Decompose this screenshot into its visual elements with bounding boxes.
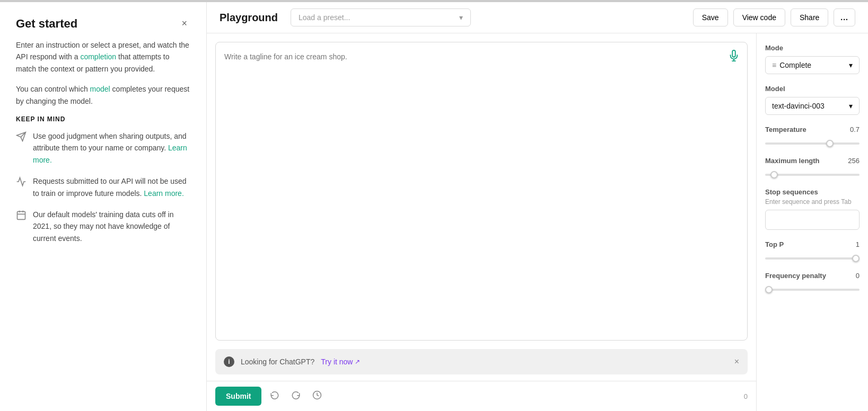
completion-link[interactable]: completion: [80, 52, 116, 61]
playground-header: Playground Load a preset... ▾ Save View …: [207, 2, 868, 33]
right-panel: Mode ≡ Complete ▾ Model text-davinci-003…: [757, 33, 868, 411]
keep-in-mind-label: KEEP IN MIND: [16, 115, 190, 123]
try-it-now-label: Try it now: [321, 358, 353, 366]
preset-dropdown[interactable]: Load a preset... ▾: [291, 8, 471, 26]
banner-text: Looking for ChatGPT?: [241, 358, 314, 366]
top-p-section: Top P 1: [765, 240, 860, 261]
calendar-icon: [16, 210, 27, 220]
model-label: Model: [765, 85, 860, 93]
save-button[interactable]: Save: [693, 8, 728, 26]
model-dropdown[interactable]: text-davinci-003 ▾: [765, 97, 860, 115]
char-count: 0: [744, 392, 748, 400]
text-editor-container: [215, 42, 748, 341]
temperature-label: Temperature: [765, 126, 806, 133]
external-link-icon: ↗: [355, 358, 360, 365]
paper-plane-icon: [16, 131, 27, 142]
sidebar-description: Enter an instruction or select a preset,…: [16, 39, 190, 75]
text-input[interactable]: [224, 51, 739, 332]
temperature-value: 0.7: [850, 126, 860, 133]
microphone-icon[interactable]: [728, 50, 740, 64]
sidebar-header: Get started ×: [16, 17, 190, 31]
hint-list: Use good judgment when sharing outputs, …: [16, 130, 190, 244]
hint-item-3: Our default models' training data cuts o…: [16, 209, 190, 244]
banner-close-button[interactable]: ×: [734, 357, 739, 367]
model-link[interactable]: model: [90, 85, 110, 93]
model-chevron-icon: ▾: [849, 102, 853, 110]
model-section: Model text-davinci-003 ▾: [765, 85, 860, 115]
activity-icon: [16, 176, 27, 187]
mode-icon: ≡: [772, 61, 776, 69]
mode-label: Mode: [765, 44, 860, 52]
top-p-slider[interactable]: [765, 257, 860, 260]
max-length-value: 256: [848, 157, 860, 165]
view-code-button[interactable]: View code: [733, 8, 785, 26]
share-button[interactable]: Share: [791, 8, 828, 26]
undo-button[interactable]: [267, 387, 283, 406]
frequency-penalty-row: Frequency penalty 0: [765, 272, 860, 280]
svg-rect-2: [17, 211, 25, 219]
playground-title: Playground: [220, 12, 278, 24]
hint-text-3: Our default models' training data cuts o…: [33, 209, 190, 244]
hint-item-2: Requests submitted to our API will not b…: [16, 175, 190, 199]
mode-value: Complete: [779, 61, 811, 69]
top-p-row: Top P 1: [765, 240, 860, 248]
chevron-down-icon: ▾: [459, 13, 463, 22]
chatgpt-banner: i Looking for ChatGPT? Try it now ↗ ×: [215, 349, 748, 374]
hint-text-1: Use good judgment when sharing outputs, …: [33, 130, 190, 166]
frequency-penalty-slider[interactable]: [765, 289, 860, 291]
stop-sequences-label: Stop sequences: [765, 188, 860, 196]
mode-chevron-icon: ▾: [849, 61, 853, 69]
submit-button[interactable]: Submit: [215, 387, 261, 406]
model-value: text-davinci-003: [772, 102, 825, 110]
max-length-label: Maximum length: [765, 157, 820, 165]
max-length-row: Maximum length 256: [765, 157, 860, 165]
sidebar: Get started × Enter an instruction or se…: [0, 2, 207, 411]
redo-button[interactable]: [288, 387, 304, 406]
frequency-penalty-value: 0: [856, 272, 860, 280]
top-p-value: 1: [856, 240, 860, 248]
max-length-section: Maximum length 256: [765, 157, 860, 177]
sidebar-description-2: You can control which model completes yo…: [16, 83, 190, 107]
hint-link-2[interactable]: Learn more.: [144, 189, 183, 198]
hint-link-1[interactable]: Learn more.: [33, 144, 187, 164]
stop-sequences-section: Stop sequences Enter sequence and press …: [765, 188, 860, 230]
history-button[interactable]: [309, 387, 325, 406]
mode-dropdown[interactable]: ≡ Complete ▾: [765, 56, 860, 74]
top-p-label: Top P: [765, 240, 784, 248]
hint-item-1: Use good judgment when sharing outputs, …: [16, 130, 190, 166]
workspace: i Looking for ChatGPT? Try it now ↗ × Su…: [207, 33, 868, 411]
frequency-penalty-section: Frequency penalty 0: [765, 272, 860, 292]
preset-placeholder: Load a preset...: [299, 13, 350, 22]
editor-footer: Submit: [207, 381, 756, 411]
more-button[interactable]: ...: [834, 8, 855, 26]
editor-area: i Looking for ChatGPT? Try it now ↗ × Su…: [207, 33, 757, 411]
stop-sequences-input[interactable]: [765, 210, 860, 230]
main-content: Playground Load a preset... ▾ Save View …: [207, 2, 868, 411]
try-it-now-link[interactable]: Try it now ↗: [321, 358, 360, 366]
sidebar-desc-3: You can control which: [16, 85, 90, 93]
stop-sequences-hint: Enter sequence and press Tab: [765, 198, 860, 206]
info-icon: i: [224, 356, 234, 367]
frequency-penalty-label: Frequency penalty: [765, 272, 826, 280]
temperature-row: Temperature 0.7: [765, 126, 860, 133]
temperature-section: Temperature 0.7: [765, 126, 860, 146]
header-actions: Save View code Share ...: [693, 8, 855, 26]
hint-text-2: Requests submitted to our API will not b…: [33, 175, 190, 199]
temperature-slider[interactable]: [765, 142, 860, 145]
max-length-slider[interactable]: [765, 174, 860, 176]
mode-section: Mode ≡ Complete ▾: [765, 44, 860, 74]
sidebar-title: Get started: [16, 17, 77, 31]
close-button[interactable]: ×: [178, 17, 190, 30]
